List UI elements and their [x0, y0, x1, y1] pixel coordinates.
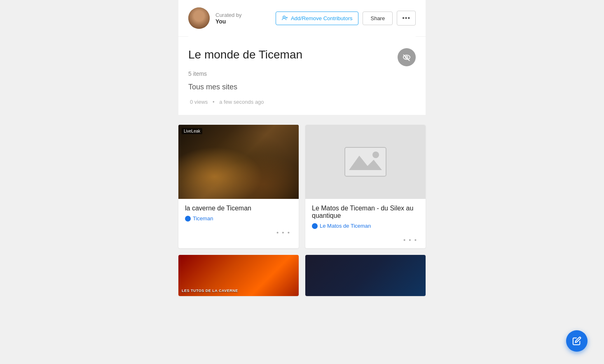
globe-icon-2 [312, 223, 318, 229]
add-contributors-button[interactable]: Add/Remove Contributors [276, 12, 359, 25]
card-2-thumbnail [305, 125, 426, 199]
card-2[interactable]: Le Matos de Ticeman - du Silex au quanti… [305, 125, 426, 248]
card-2-source[interactable]: Le Matos de Ticeman [312, 223, 419, 229]
collection-meta: 0 views • a few seconds ago [188, 99, 416, 105]
curated-by-label: Curated by [215, 12, 242, 18]
card-4-thumbnail [305, 255, 426, 296]
card-4-partial[interactable] [305, 255, 426, 296]
card-2-more-button[interactable]: • • • [402, 236, 419, 244]
collection-items-count: 5 items [188, 70, 416, 77]
visibility-toggle-button[interactable] [398, 48, 416, 66]
card-1-more-button[interactable]: • • • [275, 228, 292, 237]
meta-separator: • [213, 99, 215, 105]
cards-grid: la caverne de Ticeman Ticeman • • • [178, 125, 426, 248]
timestamp: a few seconds ago [219, 99, 264, 105]
svg-point-8 [372, 152, 379, 158]
card-2-body: Le Matos de Ticeman - du Silex au quanti… [305, 199, 426, 232]
collection-header-row: Le monde de Ticeman [188, 48, 416, 66]
share-button[interactable]: Share [363, 12, 393, 25]
cards-section: la caverne de Ticeman Ticeman • • • [178, 115, 426, 296]
card-1-thumbnail [178, 125, 299, 199]
edit-icon [572, 336, 581, 345]
card-2-title: Le Matos de Ticeman - du Silex au quanti… [312, 205, 419, 219]
curated-by-name: You [215, 18, 242, 25]
card-3-partial[interactable] [178, 255, 299, 296]
avatar [188, 7, 210, 29]
collection-title: Le monde de Ticeman [188, 48, 302, 61]
card-2-footer: • • • [305, 232, 426, 248]
collection-info: Le monde de Ticeman 5 items Tous mes sit… [178, 37, 426, 115]
card-1[interactable]: la caverne de Ticeman Ticeman • • • [178, 125, 299, 248]
bottom-cards [178, 248, 426, 296]
card-1-body: la caverne de Ticeman Ticeman [178, 199, 299, 225]
card-1-footer: • • • [178, 225, 299, 241]
card-1-source[interactable]: Ticeman [185, 215, 292, 222]
globe-icon-1 [185, 216, 191, 222]
curated-info: Curated by You [215, 12, 242, 25]
card-1-source-name: Ticeman [193, 215, 213, 222]
eye-off-icon [402, 54, 411, 61]
header-actions: Add/Remove Contributors Share ••• [276, 11, 416, 26]
svg-rect-6 [345, 147, 386, 176]
image-placeholder-icon [341, 143, 390, 180]
edit-fab-button[interactable] [566, 330, 588, 352]
add-contributors-label: Add/Remove Contributors [291, 15, 353, 21]
views-count: 0 views [190, 99, 208, 105]
card-2-source-name: Le Matos de Ticeman [320, 223, 371, 229]
card-1-title: la caverne de Ticeman [185, 205, 292, 212]
more-options-button[interactable]: ••• [397, 11, 416, 26]
card-3-thumbnail [178, 255, 299, 296]
contributors-icon [282, 15, 288, 21]
header-card: Curated by You Add/Remove Contributors S… [178, 0, 426, 36]
collection-description: Tous mes sites [188, 83, 416, 91]
